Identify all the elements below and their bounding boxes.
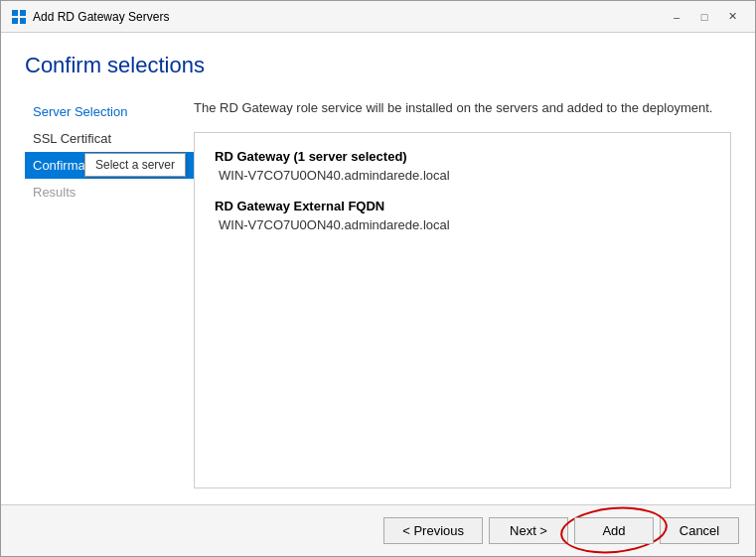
main-window: Add RD Gateway Servers – □ ✕ Confirm sel… <box>0 0 756 557</box>
info-section-fqdn: RD Gateway External FQDN WIN-V7CO7U0ON40… <box>215 199 710 232</box>
right-panel: The RD Gateway role service will be inst… <box>194 98 731 488</box>
sidebar: Server Selection SSL Certificat Select a… <box>25 98 194 488</box>
add-button-wrapper: Add <box>574 517 654 544</box>
main-body: Server Selection SSL Certificat Select a… <box>25 98 731 488</box>
cancel-button[interactable]: Cancel <box>660 517 739 544</box>
window-icon <box>11 9 27 25</box>
rd-gateway-value: WIN-V7CO7U0ON40.admindarede.local <box>215 168 710 183</box>
fqdn-value: WIN-V7CO7U0ON40.admindarede.local <box>215 217 710 232</box>
sidebar-item-server-selection[interactable]: Server Selection <box>25 98 194 125</box>
rd-gateway-label: RD Gateway (1 server selected) <box>215 149 710 164</box>
page-title: Confirm selections <box>25 53 731 78</box>
svg-rect-0 <box>12 10 18 16</box>
info-section-rd-gateway: RD Gateway (1 server selected) WIN-V7CO7… <box>215 149 710 183</box>
window-title: Add RD Gateway Servers <box>33 10 169 24</box>
svg-rect-1 <box>20 10 26 16</box>
maximize-button[interactable]: □ <box>691 7 717 27</box>
fqdn-label: RD Gateway External FQDN <box>215 199 710 213</box>
add-button[interactable]: Add <box>574 517 654 544</box>
svg-rect-3 <box>20 18 26 24</box>
next-button[interactable]: Next > <box>489 517 568 544</box>
title-bar-left: Add RD Gateway Servers <box>11 9 169 25</box>
description-text: The RD Gateway role service will be inst… <box>194 98 731 118</box>
tooltip-popup: Select a server <box>84 153 186 177</box>
svg-rect-2 <box>12 18 18 24</box>
title-bar-controls: – □ ✕ <box>664 7 745 27</box>
content-area: Confirm selections Server Selection SSL … <box>1 33 755 504</box>
previous-button[interactable]: < Previous <box>383 517 483 544</box>
footer: < Previous Next > Add Cancel <box>1 504 755 556</box>
sidebar-item-ssl-certificate[interactable]: SSL Certificat Select a server <box>25 125 194 152</box>
title-bar: Add RD Gateway Servers – □ ✕ <box>1 1 755 33</box>
sidebar-item-results: Results <box>25 179 194 206</box>
close-button[interactable]: ✕ <box>719 7 745 27</box>
info-box: RD Gateway (1 server selected) WIN-V7CO7… <box>194 132 731 489</box>
minimize-button[interactable]: – <box>664 7 689 27</box>
